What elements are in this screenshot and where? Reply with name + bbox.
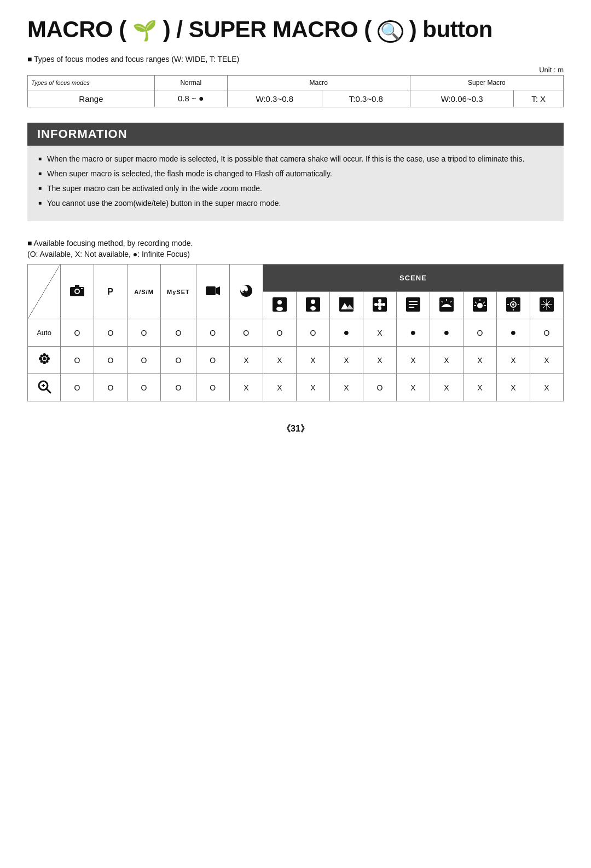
macro-scene7: X: [430, 347, 463, 374]
col-video: [196, 265, 229, 319]
macro-scene2: X: [263, 347, 296, 374]
svg-point-23: [378, 299, 381, 302]
macro-scene10: X: [530, 347, 563, 374]
svg-point-44: [512, 303, 514, 306]
macro-scene6: X: [396, 347, 430, 374]
scene-icon-text: [396, 292, 430, 319]
page-title: MACRO ( 🌱 ) / SUPER MACRO ( 🔍 ) button: [27, 16, 564, 43]
auto-camera: O: [61, 319, 94, 347]
svg-line-65: [47, 389, 50, 393]
available-intro: ■ Available focusing method, by recordin…: [27, 239, 564, 248]
scene-icon-landscape: [329, 292, 363, 319]
svg-point-24: [378, 307, 381, 310]
info-item-1: When the macro or super macro mode is se…: [38, 153, 553, 165]
smacro-myset: O: [161, 374, 196, 401]
auto-scene7: ●: [430, 319, 463, 347]
info-item-3: The super macro can be activated only in…: [38, 183, 553, 194]
svg-rect-1: [75, 285, 79, 288]
macro-scene5: X: [363, 347, 396, 374]
scene-icon-sunset: [430, 292, 463, 319]
svg-point-11: [277, 300, 282, 304]
auto-scene6: ●: [396, 319, 430, 347]
scene-table: P A/S/M MySET ★ SCENE: [27, 264, 564, 401]
scene-icon-fireworks: [530, 292, 563, 319]
available-sub: (O: Available, X: Not available, ●: Infi…: [27, 250, 564, 258]
svg-point-12: [276, 307, 283, 311]
svg-point-25: [374, 303, 378, 306]
table-row-auto: Auto O O O O O O O O ● X ● ● O ● O: [28, 319, 564, 347]
smacro-scene7: X: [430, 374, 463, 401]
scene-icon-portrait: [263, 292, 296, 319]
super-t: T: X: [514, 90, 564, 107]
info-title: INFORMATION: [27, 123, 564, 146]
row-auto-label: Auto: [28, 319, 61, 347]
auto-video: O: [196, 319, 229, 347]
table-row-macro: O O O O O X X X X X X X X X X: [28, 347, 564, 374]
smacro-p: O: [94, 374, 128, 401]
auto-scene3: O: [296, 319, 329, 347]
smacro-scene4: X: [329, 374, 363, 401]
svg-point-36: [477, 303, 483, 308]
svg-text:★: ★: [309, 308, 312, 312]
smacro-scene6: X: [396, 374, 430, 401]
svg-rect-20: [339, 297, 354, 300]
diagonal-header: [28, 265, 61, 319]
col-normal: Normal: [154, 76, 227, 90]
normal-range: 0.8 ~ ●: [154, 90, 227, 107]
auto-scene1: O: [229, 319, 263, 347]
smacro-asm: O: [128, 374, 161, 401]
col-super-macro: Super Macro: [410, 76, 563, 90]
smacro-scene8: X: [463, 374, 496, 401]
col-nightscene: ★: [229, 265, 263, 319]
unit-label: Unit : m: [27, 66, 564, 74]
scene-icon-children: ★: [296, 292, 329, 319]
scene-icon-backlight: [496, 292, 530, 319]
info-list: When the macro or super macro mode is se…: [27, 153, 564, 209]
col-macro: Macro: [227, 76, 410, 90]
col-camera: [61, 265, 94, 319]
svg-text:★: ★: [242, 289, 248, 295]
page-number: 《31》: [27, 423, 564, 435]
auto-scene8: O: [463, 319, 496, 347]
scene-icon-dawn: [463, 292, 496, 319]
super-macro-icon: 🔍: [378, 20, 403, 43]
auto-scene5: X: [363, 319, 396, 347]
svg-point-26: [382, 303, 385, 306]
macro-video: O: [196, 347, 229, 374]
col-types: Types of focus modes: [28, 76, 155, 90]
macro-t: T:0.3~0.8: [322, 90, 410, 107]
macro-scene3: X: [296, 347, 329, 374]
macro-scene1: X: [229, 347, 263, 374]
svg-marker-6: [216, 286, 220, 295]
info-item-2: When super macro is selected, the flash …: [38, 168, 553, 180]
svg-point-62: [40, 360, 43, 363]
svg-point-3: [76, 290, 79, 293]
svg-point-57: [43, 361, 46, 364]
col-myset: MySET: [161, 265, 196, 319]
macro-p: O: [94, 347, 128, 374]
scene-icon-flower: [363, 292, 396, 319]
macro-asm: O: [128, 347, 161, 374]
table-row-supermacro: O O O O O X X X X O X X X X X: [28, 374, 564, 401]
svg-point-63: [45, 360, 48, 363]
svg-rect-29: [409, 304, 418, 305]
focus-modes-table: Types of focus modes Normal Macro Super …: [27, 75, 564, 107]
smacro-scene9: X: [496, 374, 530, 401]
info-item-4: You cannot use the zoom(wide/tele) butto…: [38, 198, 553, 209]
auto-scene4: ●: [329, 319, 363, 347]
svg-point-54: [546, 303, 548, 306]
auto-p: O: [94, 319, 128, 347]
svg-point-56: [43, 353, 46, 357]
auto-asm: O: [128, 319, 161, 347]
col-ASM: A/S/M: [128, 265, 161, 319]
macro-scene4: X: [329, 347, 363, 374]
auto-myset: O: [161, 319, 196, 347]
auto-scene10: O: [530, 319, 563, 347]
svg-point-59: [47, 357, 50, 360]
range-label: Range: [28, 90, 155, 107]
svg-point-14: [311, 300, 315, 304]
svg-rect-28: [409, 301, 418, 302]
macro-camera: O: [61, 347, 94, 374]
auto-scene9: ●: [496, 319, 530, 347]
information-box: INFORMATION When the macro or super macr…: [27, 123, 564, 221]
